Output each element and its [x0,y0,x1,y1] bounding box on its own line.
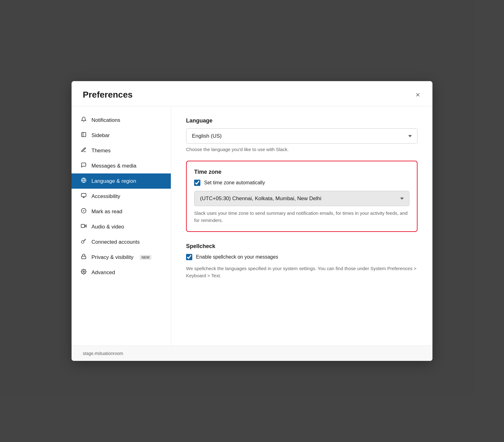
main-content: Language English (US) English (UK) Frenc… [171,106,432,346]
svg-rect-4 [82,193,86,197]
spellcheck-helper-text: We spellcheck the languages specified in… [186,265,418,279]
sidebar-item-label: Mark as read [91,209,122,215]
svg-point-8 [82,241,84,243]
sidebar-item-accessibility[interactable]: Accessibility [72,189,171,204]
timezone-helper-text: Slack uses your time zone to send summar… [194,210,409,224]
gear-icon [80,269,87,276]
messages-icon [80,162,87,169]
bell-icon [80,117,87,124]
sidebar-item-label: Notifications [91,117,120,123]
lock-icon [80,254,87,261]
sidebar-item-language-region[interactable]: Language & region [72,173,171,189]
sidebar-item-label: Advanced [91,269,115,276]
close-button[interactable]: × [414,90,421,100]
sidebar-item-connected-accounts[interactable]: Connected accounts [72,234,171,250]
sidebar-item-label: Accessibility [91,193,120,200]
new-badge: NEW [140,255,152,260]
sidebar-item-label: Messages & media [91,163,137,169]
svg-rect-9 [82,256,86,259]
timezone-auto-checkbox[interactable] [194,180,200,186]
sidebar-item-mark-as-read[interactable]: Mark as read [72,204,171,219]
mark-read-icon [80,208,87,215]
timezone-checkbox-label[interactable]: Set time zone automatically [204,180,265,186]
svg-point-10 [83,271,85,273]
sidebar-icon [80,132,87,139]
timezone-section-title: Time zone [194,169,409,175]
sidebar-item-label: Themes [91,148,110,154]
key-icon [80,238,87,246]
sidebar-item-audio-video[interactable]: Audio & video [72,219,171,234]
preferences-modal: Preferences × Notifications Sidebar [72,81,432,361]
sidebar-item-privacy-visibility[interactable]: Privacy & visibility NEW [72,250,171,265]
sidebar-item-sidebar[interactable]: Sidebar [72,128,171,143]
modal-header: Preferences × [72,81,432,106]
sidebar-nav: Notifications Sidebar Themes [72,106,171,346]
bottom-bar-text: stage.#situationroom [83,351,123,356]
language-helper-text: Choose the language you'd like to use wi… [186,147,418,152]
language-section-title: Language [186,117,418,124]
spellcheck-checkbox[interactable] [186,254,192,260]
svg-rect-0 [82,132,86,137]
timezone-select[interactable]: (UTC+05:30) Chennai, Kolkata, Mumbai, Ne… [194,191,409,206]
sidebar-item-label: Language & region [91,178,136,184]
themes-icon [80,147,87,154]
bottom-bar: stage.#situationroom [72,346,432,361]
sidebar-item-themes[interactable]: Themes [72,143,171,158]
language-select[interactable]: English (US) English (UK) French German … [186,128,418,144]
accessibility-icon [80,193,87,200]
video-icon [80,223,87,230]
spellcheck-checkbox-row: Enable spellcheck on your messages [186,254,418,260]
globe-icon [80,177,87,185]
modal-title: Preferences [83,90,133,100]
sidebar-item-notifications[interactable]: Notifications [72,113,171,128]
spellcheck-section-title: Spellcheck [186,243,418,250]
modal-body: Notifications Sidebar Themes [72,106,432,346]
sidebar-item-label: Connected accounts [91,239,140,245]
sidebar-item-label: Sidebar [91,132,110,139]
sidebar-item-messages-media[interactable]: Messages & media [72,158,171,173]
sidebar-item-label: Privacy & visibility [91,254,133,260]
sidebar-item-label: Audio & video [91,224,124,230]
sidebar-item-advanced[interactable]: Advanced [72,265,171,280]
timezone-checkbox-row: Set time zone automatically [194,180,409,186]
svg-marker-6 [85,225,86,227]
spellcheck-checkbox-label[interactable]: Enable spellcheck on your messages [196,254,278,260]
language-section: Language English (US) English (UK) Frenc… [186,117,418,152]
spellcheck-section: Spellcheck Enable spellcheck on your mes… [186,243,418,279]
modal-overlay: Preferences × Notifications Sidebar [0,0,504,442]
timezone-section: Time zone Set time zone automatically (U… [186,161,418,232]
svg-rect-7 [81,224,85,228]
